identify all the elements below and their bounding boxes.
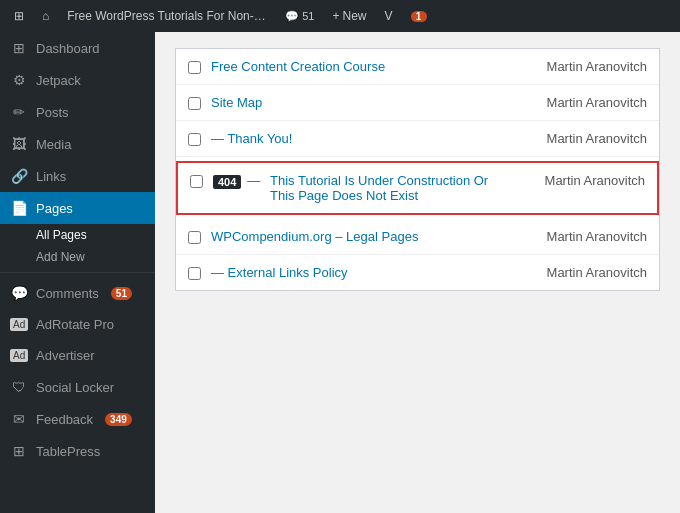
sidebar-label-pages: Pages <box>36 201 73 216</box>
row4-title-link[interactable]: This Tutorial Is Under Construction Or T… <box>270 173 515 203</box>
row3-author: Martin Aranovitch <box>527 131 647 146</box>
row2-content: Site Map <box>211 95 517 110</box>
sidebar-item-adrotate-pro[interactable]: Ad AdRotate Pro <box>0 309 155 340</box>
sidebar-item-advertiser[interactable]: Ad Advertiser <box>0 340 155 371</box>
feedback-badge: 349 <box>105 413 132 426</box>
feedback-icon: ✉ <box>10 411 28 427</box>
home-button[interactable]: ⌂ <box>36 0 55 32</box>
sidebar-label-tablepress: TablePress <box>36 444 100 459</box>
posts-icon: ✏ <box>10 104 28 120</box>
row4-content: 404 — This Tutorial Is Under Constructio… <box>213 173 515 203</box>
plus-icon: + <box>333 9 340 23</box>
notifications-button[interactable]: 1 <box>405 0 433 32</box>
row1-title-row: Free Content Creation Course <box>211 59 517 74</box>
sidebar-label-posts: Posts <box>36 105 69 120</box>
row1-title-link[interactable]: Free Content Creation Course <box>211 59 385 74</box>
sidebar-label-adrotate: AdRotate Pro <box>36 317 114 332</box>
row6-checkbox[interactable] <box>188 267 201 280</box>
row6-content: — External Links Policy <box>211 265 517 280</box>
table-row-highlighted: 404 — This Tutorial Is Under Constructio… <box>176 161 659 215</box>
table-row: WPCompendium.org – Legal Pages Martin Ar… <box>176 219 659 255</box>
wp-logo-icon: ⊞ <box>14 9 24 23</box>
row3-checkbox[interactable] <box>188 133 201 146</box>
tag-404-badge: 404 <box>213 175 241 189</box>
adrotate-icon: Ad <box>10 318 28 331</box>
sidebar-label-comments: Comments <box>36 286 99 301</box>
row1-content: Free Content Creation Course <box>211 59 517 74</box>
sidebar-label-social-locker: Social Locker <box>36 380 114 395</box>
dashboard-icon: ⊞ <box>10 40 28 56</box>
row5-title-link[interactable]: WPCompendium.org – Legal Pages <box>211 229 418 244</box>
row4-author: Martin Aranovitch <box>525 173 645 188</box>
sidebar-item-feedback[interactable]: ✉ Feedback 349 <box>0 403 155 435</box>
sidebar-item-pages[interactable]: 📄 Pages <box>0 192 155 224</box>
row5-title-row: WPCompendium.org – Legal Pages <box>211 229 517 244</box>
sidebar-subitem-add-new[interactable]: Add New <box>0 246 155 268</box>
notif-badge: 1 <box>411 11 427 22</box>
row6-author: Martin Aranovitch <box>527 265 647 280</box>
media-icon: 🖼 <box>10 136 28 152</box>
table-row: Free Content Creation Course Martin Aran… <box>176 49 659 85</box>
home-icon: ⌂ <box>42 9 49 23</box>
sidebar-item-media[interactable]: 🖼 Media <box>0 128 155 160</box>
sidebar-label-links: Links <box>36 169 66 184</box>
sidebar-divider <box>0 272 155 273</box>
table-row: — External Links Policy Martin Aranovitc… <box>176 255 659 290</box>
sidebar-label-advertiser: Advertiser <box>36 348 95 363</box>
row4-title-row: 404 — This Tutorial Is Under Constructio… <box>213 173 515 203</box>
new-label: New <box>343 9 367 23</box>
links-icon: 🔗 <box>10 168 28 184</box>
table-row: Site Map Martin Aranovitch <box>176 85 659 121</box>
row3-content: — Thank You! <box>211 131 517 146</box>
sidebar-label-dashboard: Dashboard <box>36 41 100 56</box>
wp-logo-button[interactable]: ⊞ <box>8 0 30 32</box>
comments-sidebar-icon: 💬 <box>10 285 28 301</box>
social-locker-icon: 🛡 <box>10 379 28 395</box>
plugin-icon: V <box>385 9 393 23</box>
row6-title-link[interactable]: — External Links Policy <box>211 265 348 280</box>
row5-checkbox[interactable] <box>188 231 201 244</box>
sidebar-subitem-all-pages[interactable]: All Pages <box>0 224 155 246</box>
plugin-button[interactable]: V <box>379 0 399 32</box>
site-title[interactable]: Free WordPress Tutorials For Non-Techies… <box>61 0 273 32</box>
comment-icon: 💬 <box>285 10 299 23</box>
admin-bar: ⊞ ⌂ Free WordPress Tutorials For Non-Tec… <box>0 0 680 32</box>
jetpack-icon: ⚙ <box>10 72 28 88</box>
row4-dash: — <box>247 173 264 188</box>
sidebar: ⊞ Dashboard ⚙ Jetpack ✏ Posts 🖼 Media 🔗 … <box>0 32 155 513</box>
row5-author: Martin Aranovitch <box>527 229 647 244</box>
row6-title-row: — External Links Policy <box>211 265 517 280</box>
layout: ⊞ Dashboard ⚙ Jetpack ✏ Posts 🖼 Media 🔗 … <box>0 32 680 513</box>
row1-checkbox[interactable] <box>188 61 201 74</box>
comment-count: 51 <box>302 10 314 22</box>
row3-title-link[interactable]: — Thank You! <box>211 131 292 146</box>
sidebar-item-links[interactable]: 🔗 Links <box>0 160 155 192</box>
comments-button[interactable]: 💬 51 <box>279 0 320 32</box>
table-row: — Thank You! Martin Aranovitch <box>176 121 659 157</box>
row5-content: WPCompendium.org – Legal Pages <box>211 229 517 244</box>
sidebar-item-tablepress[interactable]: ⊞ TablePress <box>0 435 155 467</box>
row2-checkbox[interactable] <box>188 97 201 110</box>
site-title-text: Free WordPress Tutorials For Non-Techies… <box>67 9 267 23</box>
sidebar-label-jetpack: Jetpack <box>36 73 81 88</box>
sidebar-item-dashboard[interactable]: ⊞ Dashboard <box>0 32 155 64</box>
row3-title-row: — Thank You! <box>211 131 517 146</box>
sidebar-label-media: Media <box>36 137 71 152</box>
new-content-button[interactable]: + New <box>327 0 373 32</box>
sidebar-item-posts[interactable]: ✏ Posts <box>0 96 155 128</box>
main-content: Free Content Creation Course Martin Aran… <box>155 32 680 513</box>
row2-title-row: Site Map <box>211 95 517 110</box>
sidebar-label-feedback: Feedback <box>36 412 93 427</box>
row4-checkbox[interactable] <box>190 175 203 188</box>
sidebar-item-social-locker[interactable]: 🛡 Social Locker <box>0 371 155 403</box>
page-list: Free Content Creation Course Martin Aran… <box>175 48 660 291</box>
pages-icon: 📄 <box>10 200 28 216</box>
advertiser-icon: Ad <box>10 349 28 362</box>
row1-author: Martin Aranovitch <box>527 59 647 74</box>
add-new-label: Add New <box>36 250 85 264</box>
sidebar-item-jetpack[interactable]: ⚙ Jetpack <box>0 64 155 96</box>
sidebar-item-comments[interactable]: 💬 Comments 51 <box>0 277 155 309</box>
row2-title-link[interactable]: Site Map <box>211 95 262 110</box>
row2-author: Martin Aranovitch <box>527 95 647 110</box>
tablepress-icon: ⊞ <box>10 443 28 459</box>
